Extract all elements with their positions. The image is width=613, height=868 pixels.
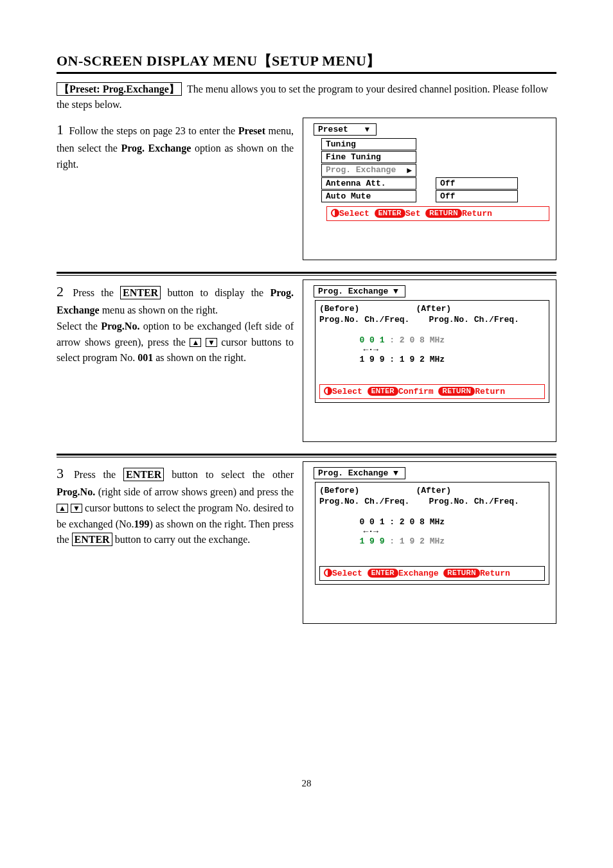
select-icon [331, 209, 339, 217]
step-3-row: 3 Press the ENTER button to select the o… [57, 461, 556, 624]
osd-footer-bar: Select ENTERSet RETURNReturn [326, 206, 549, 221]
dropdown-icon: ▼ [393, 468, 398, 478]
section-header-box: 【Preset: Prog.Exchange】 [57, 82, 182, 96]
s2progno: Prog.No. [101, 321, 139, 332]
select-icon [324, 569, 332, 577]
s3a: Press the [74, 469, 123, 480]
return-pill: RETURN [438, 387, 475, 396]
osd-item-value: Off [436, 177, 518, 190]
page-number: 28 [57, 778, 556, 789]
step-2-osd: Prog. Exchange ▼ (Before)(After) Prog.No… [303, 279, 556, 442]
step-number: 1 [57, 119, 64, 141]
up-icon: ▲ [57, 504, 68, 513]
enter-key: ENTER [72, 533, 112, 546]
osd-progex-title-text: Prog. Exchange [318, 468, 388, 478]
footer-mid: Exchange [398, 569, 438, 578]
before-label: (Before) [319, 486, 359, 495]
osd-exchange-frame: (Before)(After) Prog.No. Ch./Freq.Prog.N… [315, 300, 549, 403]
left-prog[interactable]: 0 0 1 [359, 517, 384, 527]
footer-select: Select [332, 387, 362, 396]
enter-key: ENTER [123, 468, 164, 481]
s3c: (right side of arrow shows green) and pr… [95, 486, 294, 497]
exchange-arrow-icon: ←·→ [363, 527, 378, 536]
after-label: (After) [416, 486, 451, 495]
footer-select: Select [332, 569, 362, 578]
col-right: Prog.No. Ch./Freq. [429, 497, 519, 506]
select-icon [324, 387, 332, 395]
osd-item-label: Antenna Att. [321, 177, 416, 190]
osd-item-auto-mute[interactable]: Auto MuteOff [321, 190, 549, 202]
step-1-row: 1 Follow the steps on page 23 to enter t… [57, 118, 556, 260]
footer-end: Return [480, 569, 510, 578]
up-icon: ▲ [190, 338, 201, 347]
osd-progex-title[interactable]: Prog. Exchange ▼ [314, 285, 405, 297]
footer-select: Select [339, 209, 369, 218]
col-left: Prog.No. Ch./Freq. [319, 315, 409, 324]
s3progno: Prog.No. [57, 486, 95, 497]
footer-mid: Confirm [398, 387, 434, 396]
s3b: button to select the other [164, 469, 294, 480]
dropdown-icon: ▼ [365, 125, 369, 134]
step-2-text: 2 Press the ENTER button to display the … [57, 279, 294, 442]
dropdown-icon: ▼ [393, 287, 398, 296]
osd-item-label: Tuning [321, 138, 416, 150]
s2c: menu as shown on the right. [100, 305, 218, 315]
return-pill: RETURN [443, 569, 480, 578]
right-prog[interactable]: 1 9 9 [359, 355, 384, 364]
osd-footer-bar: Select ENTERConfirm RETURNReturn [319, 384, 545, 399]
divider [57, 454, 556, 457]
osd-item-label: Auto Mute [321, 190, 416, 202]
s2d: Select the [57, 321, 101, 332]
osd-item-value: Off [436, 190, 518, 202]
enter-key: ENTER [120, 286, 161, 299]
after-label: (After) [416, 304, 451, 314]
chevron-right-icon: ▶ [407, 165, 412, 175]
right-prog[interactable]: 1 9 9 [359, 536, 384, 546]
osd-preset-title[interactable]: Preset▼ [314, 123, 377, 136]
step-1-text: 1 Follow the steps on page 23 to enter t… [57, 118, 294, 260]
step-3-text: 3 Press the ENTER button to select the o… [57, 461, 294, 624]
divider [57, 272, 556, 276]
step-2-row: 2 Press the ENTER button to display the … [57, 279, 556, 442]
step1-preset: Preset [238, 125, 265, 136]
footer-end: Return [462, 209, 492, 218]
step-number: 3 [57, 463, 64, 484]
osd-progex-title[interactable]: Prog. Exchange ▼ [314, 467, 405, 479]
footer-mid: Set [405, 209, 420, 218]
osd-item-tuning[interactable]: Tuning [321, 138, 549, 150]
s3n199: 199 [134, 518, 150, 529]
osd-item-fine-tuning[interactable]: Fine Tuning [321, 151, 549, 163]
right-freq: 1 9 2 MHz [400, 536, 445, 546]
return-pill: RETURN [425, 209, 462, 218]
enter-pill: ENTER [375, 209, 405, 218]
osd-item-label: Prog. Exchange▶ [321, 164, 416, 177]
osd-exchange-frame: (Before)(After) Prog.No. Ch./Freq.Prog.N… [315, 482, 549, 585]
s3f: button to carry out the exchange. [112, 534, 251, 545]
step-number: 2 [57, 281, 64, 303]
left-freq: 2 0 8 MHz [400, 335, 445, 345]
down-icon: ▼ [71, 504, 82, 513]
left-prog[interactable]: 0 0 1 [359, 335, 384, 345]
s2a: Press the [73, 287, 120, 298]
col-left: Prog.No. Ch./Freq. [319, 497, 409, 506]
step1-ta: Follow the steps on page 23 to enter the [69, 125, 238, 136]
enter-pill: ENTER [368, 569, 398, 578]
section-intro: 【Preset: Prog.Exchange】 The menu allows … [57, 82, 556, 112]
osd-item-label: Fine Tuning [321, 151, 416, 163]
before-label: (Before) [319, 304, 359, 314]
s2b: button to display the [161, 287, 270, 298]
step1-progex: Prog. Exchange [121, 143, 191, 154]
page-title: ON-SCREEN DISPLAY MENU【SETUP MENU】 [57, 51, 556, 74]
left-freq: 2 0 8 MHz [400, 517, 445, 527]
right-freq: 1 9 2 MHz [400, 355, 445, 364]
col-right: Prog.No. Ch./Freq. [429, 315, 519, 324]
exchange-arrow-icon: ←·→ [363, 345, 378, 355]
osd-progex-title-text: Prog. Exchange [318, 287, 388, 296]
footer-end: Return [475, 387, 505, 396]
osd-footer-bar: Select ENTERExchange RETURNReturn [319, 566, 545, 581]
step-1-osd: Preset▼ Tuning Fine Tuning Prog. Exchang… [303, 118, 556, 260]
osd-item-prog-exchange[interactable]: Prog. Exchange▶ [321, 164, 549, 177]
down-icon: ▼ [206, 338, 217, 347]
s2p001: 001 [138, 352, 153, 363]
osd-item-antenna-att[interactable]: Antenna Att.Off [321, 177, 549, 190]
